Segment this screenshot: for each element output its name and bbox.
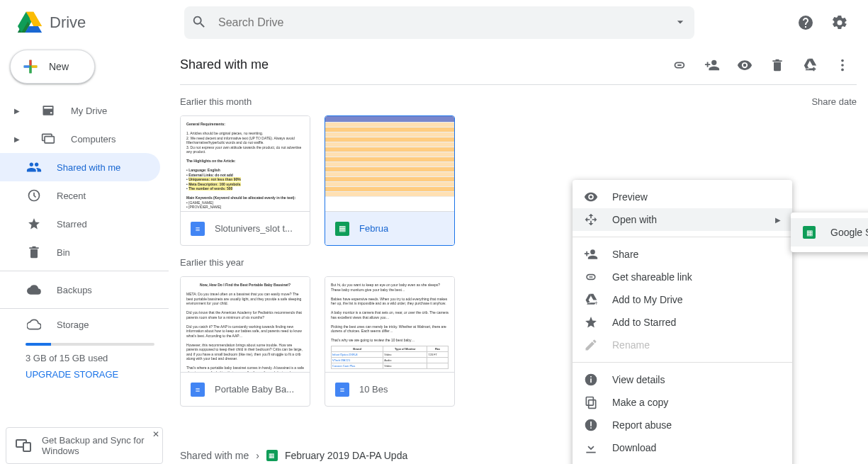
pencil-icon: [584, 338, 598, 352]
divider: [0, 308, 169, 309]
nav-shared-with-me[interactable]: Shared with me: [0, 153, 160, 181]
svg-rect-25: [590, 427, 592, 429]
chevron-right-icon: ▶: [14, 135, 23, 143]
close-icon[interactable]: ✕: [152, 429, 159, 439]
svg-rect-20: [590, 376, 592, 378]
upgrade-storage-link[interactable]: UPGRADE STORAGE: [26, 369, 154, 380]
menu-separator: [573, 237, 792, 237]
trash-icon[interactable]: [763, 51, 791, 79]
cloud-outline-icon: [26, 317, 43, 332]
file-card[interactable]: But hi, do you want to keep an eye on yo…: [325, 276, 455, 407]
add-person-icon: [584, 247, 598, 261]
svg-rect-13: [23, 443, 30, 451]
search-bar[interactable]: [184, 6, 694, 39]
menu-share[interactable]: Share: [573, 243, 792, 266]
nav-starred[interactable]: Starred: [0, 210, 160, 238]
menu-add-to-drive[interactable]: + Add to My Drive: [573, 288, 792, 311]
computers-icon: [40, 132, 57, 146]
main: Shared with me Share date Earlier this m…: [169, 45, 868, 464]
share-date-header[interactable]: Share date: [811, 96, 857, 107]
menu-make-copy[interactable]: Make a copy: [573, 391, 792, 414]
settings-icon[interactable]: [825, 9, 854, 37]
page-header: Shared with me: [180, 45, 857, 85]
svg-point-7: [50, 112, 52, 114]
nav-storage[interactable]: Storage: [0, 313, 160, 336]
header: Drive: [0, 0, 868, 45]
menu-label: Rename: [612, 339, 650, 351]
eye-icon: [584, 190, 598, 204]
menu-report-abuse[interactable]: Report abuse: [573, 414, 792, 436]
svg-point-15: [841, 64, 844, 67]
file-footer: ≡ 10 Bes: [325, 372, 454, 406]
nav-label: Backups: [57, 285, 92, 295]
menu-preview[interactable]: Preview: [573, 186, 792, 208]
more-icon[interactable]: [828, 51, 857, 79]
chevron-right-icon: ▶: [775, 216, 781, 224]
menu-download[interactable]: Download: [573, 436, 792, 459]
search-options-icon[interactable]: [673, 15, 687, 31]
sidebar: New ▶ My Drive ▶ Computers Shared with m…: [0, 45, 169, 464]
page-title: Shared with me: [180, 57, 269, 72]
menu-view-details[interactable]: View details: [573, 368, 792, 391]
recent-icon: [26, 188, 43, 203]
file-card[interactable]: General Requirements: 1. Articles should…: [180, 115, 310, 246]
file-name: Portable Baby Ba...: [215, 384, 294, 395]
nav-recent[interactable]: Recent: [0, 181, 160, 210]
file-thumbnail: [325, 116, 454, 211]
menu-label: Share: [612, 249, 638, 260]
file-card[interactable]: Now, How Do I Find the Best Portable Bab…: [180, 276, 310, 407]
file-card[interactable]: ▦ Februa: [325, 115, 455, 246]
nav-label: Shared with me: [57, 162, 120, 173]
link-icon[interactable]: [665, 51, 694, 79]
sheets-icon: ▦: [335, 222, 349, 236]
menu-label: Make a copy: [612, 397, 668, 408]
backup-promo[interactable]: Get Backup and Sync for Windows ✕: [6, 427, 163, 464]
my-drive-icon: [40, 103, 57, 118]
nav-label: Bin: [57, 247, 70, 258]
menu-label: View details: [612, 374, 665, 385]
devices-icon: [15, 436, 32, 455]
nav-label: Storage: [57, 319, 89, 330]
add-to-drive-icon[interactable]: [796, 51, 824, 79]
svg-rect-9: [45, 137, 54, 143]
file-footer: ≡ Slotunivers_slot t...: [181, 211, 310, 245]
menu-open-with[interactable]: Open with ▶: [573, 208, 792, 231]
menu-separator: [573, 362, 792, 363]
help-icon[interactable]: [791, 9, 820, 37]
file-name: Slotunivers_slot t...: [215, 223, 293, 234]
nav-backups[interactable]: Backups: [0, 276, 160, 304]
docs-icon: ≡: [191, 222, 205, 236]
menu-label: Download: [612, 442, 656, 453]
breadcrumb-root[interactable]: Shared with me: [180, 450, 249, 461]
nav-bin[interactable]: Bin: [0, 238, 160, 266]
section-earlier-month: Earlier this month: [180, 96, 857, 107]
file-thumbnail: But hi, do you want to keep an eye on yo…: [325, 277, 454, 372]
context-menu: Preview Open with ▶ Share Get shareable …: [573, 180, 792, 464]
menu-label: Google Sheets: [830, 227, 868, 238]
backup-promo-text: Get Backup and Sync for Windows: [42, 435, 155, 456]
menu-add-starred[interactable]: Add to Starred: [573, 311, 792, 334]
search-input[interactable]: [217, 16, 673, 30]
menu-label: Report abuse: [612, 419, 672, 431]
breadcrumb: Shared with me › ▦ February 2019 DA-PA U…: [180, 450, 407, 461]
submenu-google-sheets[interactable]: ▦ Google Sheets: [791, 218, 868, 247]
chevron-right-icon: ›: [256, 450, 259, 461]
link-icon: [584, 270, 598, 284]
report-icon: [584, 418, 598, 432]
svg-rect-6: [44, 107, 52, 109]
eye-icon[interactable]: [731, 51, 759, 79]
divider: [0, 271, 169, 271]
cloud-icon: [26, 283, 43, 297]
svg-rect-22: [586, 397, 593, 406]
menu-rename: Rename: [573, 334, 792, 356]
file-name: Februa: [359, 223, 388, 234]
breadcrumb-current[interactable]: February 2019 DA-PA Upda: [285, 450, 407, 461]
add-person-icon[interactable]: [698, 51, 726, 79]
nav-my-drive[interactable]: ▶ My Drive: [0, 96, 160, 125]
nav-computers[interactable]: ▶ Computers: [0, 125, 160, 153]
logo-area[interactable]: Drive: [9, 9, 184, 37]
star-icon: [584, 315, 598, 329]
new-button[interactable]: New: [10, 50, 95, 84]
svg-text:+: +: [594, 300, 598, 307]
menu-get-link[interactable]: Get shareable link: [573, 266, 792, 288]
